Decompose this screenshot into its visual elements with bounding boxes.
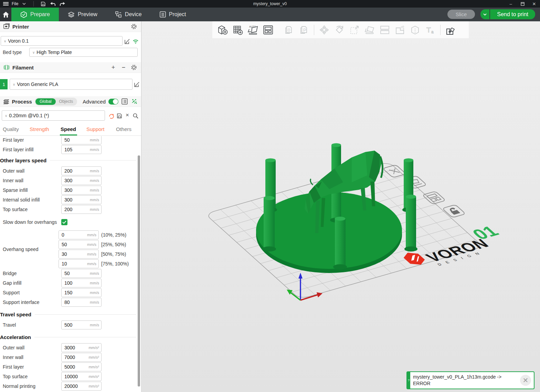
- build-plate-scene[interactable]: VORON D E S I G N 01: [142, 21, 540, 392]
- filament-slot-badge[interactable]: 1: [0, 79, 8, 89]
- tab-quality[interactable]: Quality: [3, 126, 19, 132]
- internal-solid-infill-speed-input[interactable]: 300mm/s: [61, 195, 102, 204]
- redo-icon[interactable]: [59, 1, 66, 7]
- overhang-speed-2-input[interactable]: 50mm/s: [59, 240, 99, 249]
- edit-filament-icon[interactable]: [134, 81, 140, 88]
- tab-preview[interactable]: Preview: [59, 8, 106, 21]
- bed-type-select[interactable]: ∨ High Temp Plate: [29, 48, 138, 57]
- tab-prepare[interactable]: Prepare: [11, 8, 59, 21]
- process-title: Process: [12, 99, 32, 105]
- normal-printing-accel-input[interactable]: 20000mm/s²: [61, 382, 102, 391]
- arrange-icon[interactable]: [261, 22, 276, 37]
- panel-scrollbar[interactable]: [138, 155, 140, 386]
- send-to-print-button[interactable]: Send to print: [490, 9, 535, 19]
- tab-project[interactable]: Project: [151, 8, 195, 21]
- slice-button[interactable]: Slice: [447, 10, 475, 19]
- add-plate-icon[interactable]: [230, 22, 245, 37]
- minimize-button[interactable]: –: [505, 0, 517, 8]
- save-profile-icon[interactable]: [116, 112, 123, 119]
- overhang-speed-3-input[interactable]: 30mm/s: [59, 250, 99, 259]
- scope-global[interactable]: Global: [35, 98, 56, 105]
- param-row: 0mm/s (10%, 25%): [59, 230, 129, 240]
- tab-strength[interactable]: Strength: [30, 126, 49, 132]
- add-filament-button[interactable]: +: [109, 64, 117, 71]
- first-layer-infill-speed-input[interactable]: 105mm/s: [61, 145, 102, 154]
- param-row: Travel 500mm/s: [0, 320, 136, 330]
- filament-select[interactable]: ∨ Voron Generic PLA: [10, 79, 133, 90]
- assembly-view-icon[interactable]: [443, 22, 458, 37]
- top-surface-accel-input[interactable]: 10000mm/s²: [61, 372, 102, 381]
- undo-icon[interactable]: [49, 1, 56, 7]
- bridge-speed-input[interactable]: 50mm/s: [61, 269, 102, 278]
- close-button[interactable]: ✕: [528, 0, 540, 8]
- gap-infill-speed-input[interactable]: 100mm/s: [61, 279, 102, 287]
- tab-device[interactable]: Device: [106, 8, 151, 21]
- section-other-layers-speed: Other layers speed: [0, 154, 136, 166]
- chevron-down-icon: [483, 13, 487, 15]
- save-icon[interactable]: [39, 1, 47, 7]
- filament-settings-gear-icon[interactable]: [130, 64, 138, 71]
- file-menu[interactable]: File: [12, 1, 18, 6]
- edit-printer-icon[interactable]: [124, 38, 131, 45]
- send-options-button[interactable]: [480, 9, 489, 19]
- parameter-list-icon[interactable]: [121, 98, 128, 105]
- printer-settings-gear-icon[interactable]: [130, 23, 138, 30]
- hamburger-menu-icon[interactable]: [2, 1, 10, 7]
- search-settings-icon[interactable]: [132, 112, 139, 119]
- auto-orient-icon[interactable]: AUTO: [245, 22, 261, 37]
- outer-wall-speed-input[interactable]: 200mm/s: [61, 166, 102, 175]
- param-row: Sparse infill 300mm/s: [0, 185, 136, 195]
- inner-wall-speed-input[interactable]: 300mm/s: [61, 176, 102, 185]
- divider: [33, 1, 34, 7]
- first-layer-speed-input[interactable]: 50mm/s: [61, 136, 102, 144]
- mesh-boolean-icon: [407, 22, 423, 37]
- top-surface-speed-input[interactable]: 200mm/s: [61, 205, 102, 214]
- maximize-button[interactable]: [517, 0, 528, 8]
- chevron-down-icon: ∨: [4, 39, 6, 43]
- remove-filament-button[interactable]: −: [120, 64, 127, 71]
- tab-support[interactable]: Support: [86, 126, 105, 132]
- chevron-down-icon[interactable]: [20, 1, 28, 7]
- param-row: 10mm/s [75%, 100%): [59, 259, 129, 269]
- printer-select[interactable]: ∨ Voron 0.1: [1, 36, 123, 46]
- printer-header: Printer: [0, 21, 141, 32]
- overhang-speed-1-input[interactable]: 0mm/s: [59, 230, 99, 239]
- move-icon: [317, 22, 332, 37]
- chevron-down-icon: ∨: [13, 83, 15, 86]
- param-row: First layer 50mm/s: [0, 136, 136, 145]
- outer-wall-accel-input[interactable]: 3000mm/s²: [61, 343, 102, 352]
- tab-others[interactable]: Others: [116, 126, 131, 132]
- support-speed-input[interactable]: 150mm/s: [61, 288, 102, 297]
- support-interface-speed-input[interactable]: 80mm/s: [61, 298, 102, 307]
- delete-profile-icon[interactable]: ×: [124, 112, 131, 119]
- add-object-icon[interactable]: [215, 22, 230, 37]
- param-row: Bridge 50mm/s: [0, 269, 136, 278]
- reset-profile-icon[interactable]: [108, 112, 115, 119]
- printer-connection-wifi-icon[interactable]: [132, 38, 139, 45]
- model-mystery-tower[interactable]: [256, 143, 417, 273]
- titlebar: File mystery_tower_v0 – ✕: [0, 0, 540, 8]
- overhang-speed-4-input[interactable]: 10mm/s: [59, 259, 99, 268]
- inner-wall-accel-input[interactable]: 7000mm/s²: [61, 353, 102, 362]
- param-row: Internal solid infill 300mm/s: [0, 195, 136, 205]
- preview-icon: [68, 11, 75, 18]
- toolbar-divider: [314, 25, 314, 35]
- viewport-3d[interactable]: VORON D E S I G N 01: [142, 21, 540, 392]
- lock-plate-icon[interactable]: [442, 205, 466, 218]
- notification-close-icon[interactable]: ✕: [520, 375, 531, 386]
- process-profile-select[interactable]: ∨ 0.20mm @V0.1 (*): [2, 110, 105, 121]
- process-scope-toggle[interactable]: Global Objects: [35, 98, 77, 106]
- advanced-toggle[interactable]: [108, 99, 118, 105]
- sparse-infill-speed-input[interactable]: 300mm/s: [61, 186, 102, 195]
- travel-speed-input[interactable]: 500mm/s: [61, 320, 102, 329]
- home-button[interactable]: [0, 8, 11, 21]
- param-row: First layer 5000mm/s²: [0, 362, 136, 372]
- chevron-down-icon: ∨: [32, 51, 35, 54]
- svg-text:a: a: [431, 30, 434, 34]
- scope-objects[interactable]: Objects: [56, 99, 77, 104]
- tab-speed[interactable]: Speed: [61, 126, 76, 132]
- project-icon: [160, 11, 166, 18]
- tune-parameters-icon[interactable]: [131, 98, 138, 105]
- slow-down-overhangs-checkbox[interactable]: [61, 219, 67, 225]
- first-layer-accel-input[interactable]: 5000mm/s²: [61, 362, 102, 371]
